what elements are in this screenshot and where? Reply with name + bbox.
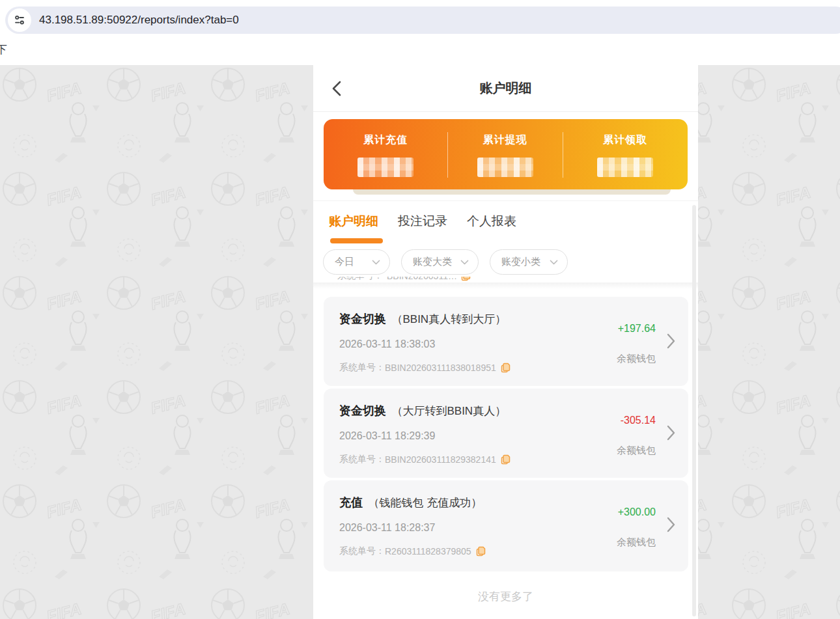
panel-scrollbar[interactable]: [692, 205, 696, 616]
transaction-title: 充值 （钱能钱包 充值成功）: [339, 495, 482, 510]
transaction-card[interactable]: 资金切换 （大厅转到BBIN真人） 2026-03-11 18:29:39 系统…: [324, 389, 688, 478]
transaction-subtitle: （钱能钱包 充值成功）: [368, 497, 482, 509]
tune-sliders-icon: [14, 14, 25, 26]
back-button[interactable]: [328, 79, 346, 98]
transaction-amount: +300.00: [618, 506, 656, 518]
order-label: 系统单号：: [337, 277, 383, 282]
order-label: 系统单号：: [339, 454, 385, 465]
copy-icon: [461, 277, 471, 281]
transaction-card[interactable]: 资金切换 （BBIN真人转到大厅） 2026-03-11 18:38:03 系统…: [324, 297, 688, 386]
tab-account-detail[interactable]: 账户明细: [329, 210, 378, 233]
summary-total-deposit: 累计充值: [324, 119, 447, 189]
summary-label: 累计领取: [603, 133, 647, 147]
chevron-right-icon[interactable]: [667, 517, 675, 532]
transaction-subtitle: （大厅转到BBIN真人）: [391, 405, 506, 417]
transaction-amount: -305.14: [621, 415, 656, 426]
masked-value: [597, 158, 653, 177]
copy-icon[interactable]: [476, 546, 486, 557]
chevron-right-icon[interactable]: [667, 333, 675, 349]
chevron-down-icon: [460, 260, 469, 265]
copy-icon[interactable]: [501, 363, 511, 373]
chevron-right-icon[interactable]: [667, 425, 675, 441]
page-title: 账户明细: [313, 65, 698, 111]
stacked-card-edge: [353, 189, 671, 195]
summary-label: 累计提现: [483, 133, 527, 147]
transaction-order: 系统单号：BBIN202603111838018951: [339, 362, 511, 374]
order-label: 系统单号：: [339, 362, 385, 374]
masked-value: [477, 158, 533, 177]
tab-bet-records[interactable]: 投注记录: [398, 210, 447, 233]
divider: [447, 132, 448, 178]
filter-label: 账变大类: [413, 256, 452, 268]
chevron-down-icon: [550, 260, 558, 265]
app-header: 账户明细: [313, 65, 698, 112]
filter-minor-type-dropdown[interactable]: 账变小类: [490, 249, 568, 275]
transaction-wallet: 余额钱包: [617, 536, 656, 549]
active-tab-indicator: [330, 238, 383, 243]
summary-total-claim: 累计领取: [563, 119, 688, 189]
tab-personal-report[interactable]: 个人报表: [467, 210, 516, 233]
browser-chrome: 43.198.51.89:50922/reports/index?tab=0: [0, 0, 840, 36]
masked-value: [357, 158, 413, 177]
transaction-datetime: 2026-03-11 18:38:03: [339, 338, 435, 350]
filter-bar: 今日 账变大类 账变小类: [323, 249, 568, 275]
clipped-list-item: 系统单号：BBIN20260311…: [337, 277, 559, 282]
transaction-amount: +197.64: [618, 323, 656, 335]
order-number: R2603111828379805: [385, 546, 471, 557]
account-detail-panel: 账户明细 累计充值 累计提现 累计领取 账户明细 投注记录 个人报表: [313, 65, 698, 619]
filter-label: 账变小类: [501, 256, 540, 268]
filter-date-dropdown[interactable]: 今日: [323, 249, 390, 275]
transaction-card[interactable]: 充值 （钱能钱包 充值成功） 2026-03-11 18:28:37 系统单号：…: [324, 480, 688, 571]
copy-icon[interactable]: [501, 454, 511, 465]
divider: [563, 132, 563, 178]
order-label: 系统单号：: [339, 545, 385, 557]
transaction-title: 资金切换 （大厅转到BBIN真人）: [339, 403, 506, 419]
transaction-wallet: 余额钱包: [617, 353, 656, 365]
summary-card: 累计充值 累计提现 累计领取: [324, 119, 688, 189]
clipped-overflow-text: 下: [0, 42, 7, 57]
order-number: BBIN202603111838018951: [385, 363, 496, 373]
transaction-subtitle: （BBIN真人转到大厅）: [391, 313, 506, 325]
order-number: BBIN20260311…: [387, 277, 457, 281]
transaction-type: 充值: [339, 496, 363, 509]
transaction-datetime: 2026-03-11 18:28:37: [339, 522, 435, 534]
tab-bar: 账户明细 投注记录 个人报表: [329, 210, 516, 233]
divider: [313, 200, 698, 201]
transaction-type: 资金切换: [339, 404, 386, 417]
chevron-left-icon: [332, 81, 341, 96]
address-bar[interactable]: 43.198.51.89:50922/reports/index?tab=0: [5, 7, 840, 34]
transaction-wallet: 余额钱包: [617, 445, 656, 457]
summary-label: 累计充值: [363, 133, 408, 147]
url-text: 43.198.51.89:50922/reports/index?tab=0: [39, 14, 239, 27]
sticky-header-shadow: [313, 282, 698, 289]
order-number: BBIN202603111829382141: [385, 454, 496, 465]
page-top-band: 下: [0, 36, 840, 65]
site-settings-button[interactable]: [8, 8, 31, 32]
summary-total-withdraw: 累计提现: [447, 119, 563, 189]
chevron-down-icon: [372, 260, 380, 265]
transaction-datetime: 2026-03-11 18:29:39: [339, 430, 435, 442]
transaction-order: 系统单号：R2603111828379805: [339, 545, 486, 557]
transaction-order: 系统单号：BBIN202603111829382141: [339, 454, 511, 465]
transaction-title: 资金切换 （BBIN真人转到大厅）: [339, 311, 506, 327]
list-end-message: 没有更多了: [313, 589, 698, 604]
filter-major-type-dropdown[interactable]: 账变大类: [401, 249, 479, 275]
filter-label: 今日: [335, 256, 354, 268]
transaction-type: 资金切换: [339, 312, 386, 325]
